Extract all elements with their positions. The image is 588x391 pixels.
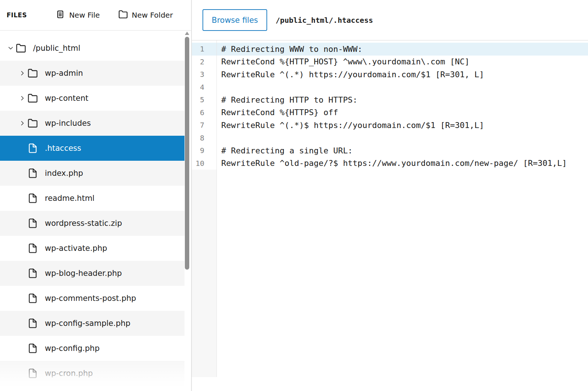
tree-item-wp-content[interactable]: wp-content [0,86,184,111]
file-icon [27,193,38,204]
code-line-2[interactable]: 2RewriteCond %{HTTP_HOST} ^www\.yourdoma… [192,56,588,68]
code-text: RewriteRule ^old-page/?$ https://www.you… [216,159,567,168]
tree-item-htaccess[interactable]: .htaccess [0,136,184,161]
scrollbar-thumb[interactable] [185,37,189,270]
new-folder-label: New Folder [132,11,173,19]
code-line-6[interactable]: 6RewriteCond %{HTTPS} off [192,106,588,119]
file-tree: /public_htmlwp-adminwp-contentwp-include… [0,31,191,386]
tree-item-label: wp-config.php [45,344,100,353]
tree-item-label: wp-comments-post.php [45,294,136,303]
code-line-5[interactable]: 5# Redirecting HTTP to HTTPS: [192,93,588,106]
code-line-7[interactable]: 7RewriteRule ^(.*)$ https://yourdomain.c… [192,119,588,132]
tree-item-wp-config-sample-php[interactable]: wp-config-sample.php [0,311,184,336]
browse-files-button[interactable]: Browse files [202,9,267,31]
tree-item-label: wp-activate.php [45,244,107,253]
file-icon [27,268,38,279]
tree-item-label: .htaccess [45,144,81,153]
chevron-right-icon[interactable] [18,118,27,128]
tree-item-wp-admin[interactable]: wp-admin [0,61,184,86]
line-number: 3 [192,70,216,79]
tree-item-label: wp-content [45,94,88,103]
file-icon [27,343,38,354]
sidebar-scrollbar[interactable] [184,0,190,391]
tree-item-wp-comments-post-php[interactable]: wp-comments-post.php [0,286,184,311]
arrow-up-icon[interactable] [185,32,189,35]
line-number: 7 [192,121,216,129]
code-text: RewriteCond %{HTTP_HOST} ^www\.yourdomai… [216,57,470,66]
sidebar-header: FILES New File New Folder [0,0,191,31]
folder-icon [27,68,38,79]
file-icon [27,293,38,304]
code-text: RewriteCond %{HTTPS} off [216,108,338,117]
chevron-down-icon[interactable] [6,43,15,53]
new-folder-button[interactable]: New Folder [118,10,173,21]
line-number: 5 [192,95,216,104]
code-text: # Redirecting HTTP to HTTPS: [216,95,358,104]
line-number: 1 [192,45,216,53]
tree-item-wp-activate-php[interactable]: wp-activate.php [0,236,184,261]
code-line-10[interactable]: 10RewriteRule ^old-page/?$ https://www.y… [192,157,588,170]
code-text: RewriteRule ^(.*) https://yourdomain.com… [216,70,484,79]
tree-item-index-php[interactable]: index.php [0,161,184,186]
code-editor[interactable]: 1# Redirecting WWW to non-WWW:2RewriteCo… [192,40,588,391]
tree-item-label: wordpress-static.zip [45,219,122,228]
tree-item-label: readme.html [45,194,94,203]
editor-header: Browse files /public_html/.htaccess [192,0,588,40]
new-file-button[interactable]: New File [55,10,100,21]
tree-item-label: wp-cron.php [45,369,93,378]
file-icon [27,218,38,229]
files-title: FILES [7,11,27,19]
tree-item-label: wp-admin [45,69,83,78]
chevron-right-icon[interactable] [18,93,27,103]
code-text: # Redirecting a single URL: [216,146,353,155]
line-number: 6 [192,108,216,117]
tree-item-wp-includes[interactable]: wp-includes [0,111,184,136]
tree-item-readme-html[interactable]: readme.html [0,186,184,211]
tree-item-label: wp-includes [45,119,91,128]
gutter-filler [192,170,216,377]
line-number: 10 [192,159,216,168]
new-file-label: New File [69,11,100,19]
folder-icon [15,43,26,54]
tree-item-wordpress-static-zip[interactable]: wordpress-static.zip [0,211,184,236]
code-line-3[interactable]: 3RewriteRule ^(.*) https://yourdomain.co… [192,68,588,81]
line-number: 8 [192,134,216,142]
file-icon [27,368,38,379]
file-icon [27,168,38,179]
code-line-1[interactable]: 1# Redirecting WWW to non-WWW: [192,43,588,56]
tree-item-label: /public_html [33,44,80,53]
file-sidebar: FILES New File New Folder /public_htmlwp… [0,0,192,391]
file-text-icon [55,10,65,21]
editor-lines: 1# Redirecting WWW to non-WWW:2RewriteCo… [192,40,588,170]
file-icon [27,143,38,154]
folder-icon [27,93,38,104]
line-number: 4 [192,83,216,92]
tree-item-label: index.php [45,169,83,178]
tree-item-label: wp-blog-header.php [45,269,122,278]
folder-icon [27,118,38,129]
tree-item-wp-blog-header-php[interactable]: wp-blog-header.php [0,261,184,286]
code-line-9[interactable]: 9# Redirecting a single URL: [192,144,588,157]
line-number: 9 [192,146,216,155]
code-text: RewriteRule ^(.*)$ https://yourdomain.co… [216,121,484,130]
main-panel: Browse files /public_html/.htaccess 1# R… [192,0,588,391]
tree-item-label: wp-config-sample.php [45,319,130,328]
tree-item-wp-config-php[interactable]: wp-config.php [0,336,184,361]
tree-item-wp-cron-php[interactable]: wp-cron.php [0,361,184,386]
folder-icon [118,10,128,21]
code-line-4[interactable]: 4 [192,81,588,94]
file-icon [27,318,38,329]
file-icon [27,243,38,254]
file-path: /public_html/.htaccess [276,16,373,25]
gutter-divider [216,40,217,377]
chevron-right-icon[interactable] [18,68,27,78]
code-line-8[interactable]: 8 [192,132,588,145]
code-text: # Redirecting WWW to non-WWW: [216,45,362,54]
tree-item-public-html[interactable]: /public_html [0,36,184,61]
line-number: 2 [192,57,216,66]
